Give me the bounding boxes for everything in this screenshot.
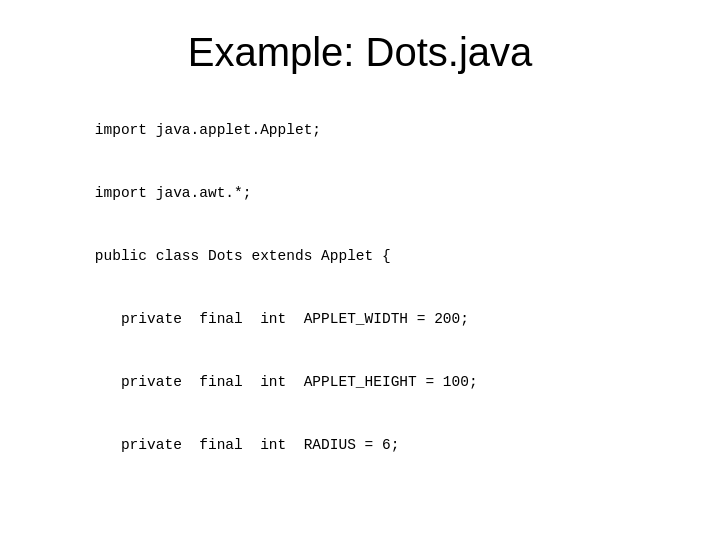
slide-title: Example: Dots.java bbox=[188, 30, 533, 75]
code-line-6: private final int RADIUS = 6; bbox=[95, 437, 400, 453]
code-line-2: import java.awt.*; bbox=[95, 185, 252, 201]
code-line-4: private final int APPLET_WIDTH = 200; bbox=[95, 311, 469, 327]
code-block: import java.applet.Applet; import java.a… bbox=[60, 99, 478, 540]
code-line-1: import java.applet.Applet; bbox=[95, 122, 321, 138]
slide-container: Example: Dots.java import java.applet.Ap… bbox=[0, 0, 720, 540]
code-line-3: public class Dots extends Applet { bbox=[95, 248, 391, 264]
code-line-5: private final int APPLET_HEIGHT = 100; bbox=[95, 374, 478, 390]
